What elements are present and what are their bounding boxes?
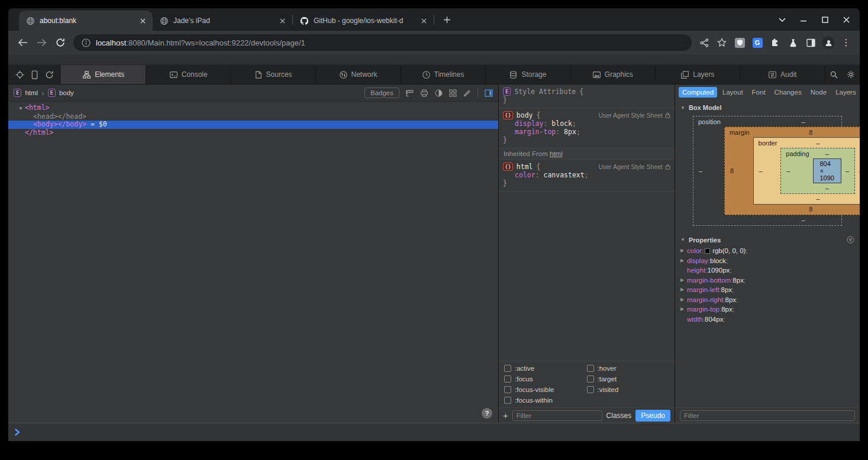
html-rule[interactable]: {} html { User Agent Style Sheet color: …	[499, 160, 675, 192]
dom-node-html-close[interactable]: </html>	[8, 129, 498, 137]
collapse-triangle-icon[interactable]: ▼	[17, 105, 25, 113]
search-icon[interactable]	[825, 65, 843, 84]
color-swatch[interactable]	[705, 248, 710, 254]
extension-flask-icon[interactable]	[785, 35, 801, 50]
tab-audit[interactable]: Audit	[741, 65, 825, 84]
computed-property[interactable]: ▶display: block;	[675, 256, 860, 266]
extension-translate-icon[interactable]: G	[750, 35, 765, 50]
pseudo-toggle[interactable]: Pseudo	[635, 410, 670, 422]
tab-font[interactable]: Font	[748, 87, 769, 98]
pseudo-visited[interactable]: :visited	[587, 386, 670, 393]
padding-bottom[interactable]: –	[813, 183, 841, 193]
pseudo-active[interactable]: :active	[504, 365, 587, 372]
address-bar[interactable]: localhost:8080/Main.html?ws=localhost:92…	[73, 34, 692, 51]
computed-property[interactable]: height: 1090px;	[675, 265, 860, 276]
properties-header[interactable]: ▼ Properties	[675, 232, 860, 246]
margin-left[interactable]: 8	[726, 166, 753, 176]
breadcrumb-html[interactable]: html	[25, 89, 38, 96]
margin-bottom[interactable]: 8	[753, 205, 860, 214]
bookmark-star-icon[interactable]	[714, 35, 730, 50]
add-rule-button[interactable]: +	[503, 411, 508, 420]
tab-console[interactable]: Console	[146, 65, 231, 84]
profile-avatar[interactable]	[821, 35, 836, 50]
quick-console[interactable]	[8, 423, 860, 441]
tab-close-icon[interactable]	[137, 15, 148, 26]
inspect-element-icon[interactable]	[15, 70, 24, 79]
css-property[interactable]: display: block;	[503, 119, 670, 128]
margin-top[interactable]: 8	[753, 128, 860, 137]
maximize-icon[interactable]	[818, 13, 831, 26]
tab-changes[interactable]: Changes	[771, 87, 805, 98]
reload-icon[interactable]	[52, 34, 69, 51]
grid-overlay-icon[interactable]	[449, 89, 457, 97]
settings-gear-icon[interactable]	[843, 65, 860, 84]
inherited-from-link[interactable]: html	[550, 150, 563, 157]
device-settings-icon[interactable]	[31, 70, 38, 79]
close-icon[interactable]	[840, 13, 853, 26]
tab-close-icon[interactable]	[418, 15, 429, 26]
forward-icon[interactable]	[33, 34, 50, 51]
box-content-size[interactable]: 804 × 1090	[813, 158, 841, 183]
border-top[interactable]: –	[780, 138, 855, 148]
extension-shield-icon[interactable]	[732, 35, 747, 50]
border-right[interactable]: –	[855, 166, 860, 176]
browser-menu-icon[interactable]: ⋮	[838, 35, 854, 50]
dom-node-head[interactable]: <head></head>	[8, 113, 498, 121]
tab-computed[interactable]: Computed	[679, 87, 717, 98]
breadcrumb-body[interactable]: body	[59, 89, 74, 96]
edit-pen-icon[interactable]	[463, 89, 471, 97]
tab-network[interactable]: Network	[316, 65, 401, 84]
back-icon[interactable]	[14, 34, 31, 51]
new-tab-button[interactable]	[439, 12, 454, 27]
body-rule[interactable]: {} body { User Agent Style Sheet display…	[499, 108, 675, 148]
tab-layers[interactable]: Layers	[656, 65, 740, 84]
dom-node-body[interactable]: <body></body> = $0	[8, 121, 498, 129]
tab-layers-sidebar[interactable]: Layers	[832, 87, 860, 98]
appearance-contrast-icon[interactable]	[435, 89, 443, 97]
css-property[interactable]: color: canvastext;	[503, 171, 670, 179]
padding-left[interactable]: –	[782, 166, 812, 176]
extension-puzzle-icon[interactable]	[767, 35, 783, 50]
computed-property[interactable]: ▶color: rgb(0, 0, 0);	[675, 246, 860, 256]
computed-property[interactable]: width: 804px;	[675, 315, 860, 325]
tab-elements[interactable]: Elements	[62, 65, 146, 84]
padding-top[interactable]: –	[813, 149, 841, 158]
position-left[interactable]: –	[695, 166, 724, 176]
site-info-icon[interactable]	[82, 38, 91, 47]
tab-storage[interactable]: Storage	[486, 65, 570, 84]
pseudo-hover[interactable]: :hover	[587, 365, 670, 372]
pseudo-focus-within[interactable]: :focus-within	[504, 397, 587, 404]
border-bottom[interactable]: –	[780, 194, 855, 203]
classes-toggle[interactable]: Classes	[606, 412, 632, 420]
border-left[interactable]: –	[755, 166, 781, 176]
box-model-header[interactable]: ▼ Box Model	[675, 100, 860, 114]
style-attribute-rule[interactable]: E Style Attribute { }	[499, 85, 675, 108]
share-icon[interactable]	[696, 35, 712, 50]
minimize-icon[interactable]	[797, 13, 810, 26]
tab-layout[interactable]: Layout	[719, 87, 747, 98]
css-property[interactable]: margin-top: 8px;	[503, 128, 670, 136]
reload-page-icon[interactable]	[45, 70, 54, 79]
side-panel-icon[interactable]	[803, 35, 818, 50]
computed-property[interactable]: ▶margin-left: 8px;	[675, 285, 860, 295]
pseudo-focus-visible[interactable]: :focus-visible	[504, 386, 587, 393]
padding-right[interactable]: –	[841, 166, 853, 176]
tab-close-icon[interactable]	[277, 15, 288, 26]
tab-search-chevron-icon[interactable]	[776, 13, 789, 26]
tab-graphics[interactable]: Graphics	[571, 65, 656, 84]
tab-timelines[interactable]: Timelines	[401, 65, 486, 84]
position-bottom[interactable]: –	[724, 215, 860, 225]
print-icon[interactable]	[420, 89, 428, 97]
computed-filter-input[interactable]	[680, 410, 855, 421]
browser-tab-jades-ipad[interactable]: Jade’s iPad	[153, 11, 292, 31]
pseudo-focus[interactable]: :focus	[504, 375, 587, 383]
filter-options-icon[interactable]	[847, 236, 854, 244]
computed-property[interactable]: ▶margin-bottom: 8px;	[675, 276, 860, 286]
dom-node-html-open[interactable]: ▼<html>	[8, 104, 498, 113]
position-top[interactable]: –	[724, 117, 860, 127]
styles-filter-input[interactable]	[512, 410, 602, 421]
browser-tab-github[interactable]: GitHub - google/ios-webkit-d	[293, 11, 434, 31]
dock-side-icon[interactable]	[485, 89, 493, 97]
tab-sources[interactable]: Sources	[231, 65, 316, 84]
computed-property[interactable]: ▶margin-top: 8px;	[675, 304, 860, 315]
